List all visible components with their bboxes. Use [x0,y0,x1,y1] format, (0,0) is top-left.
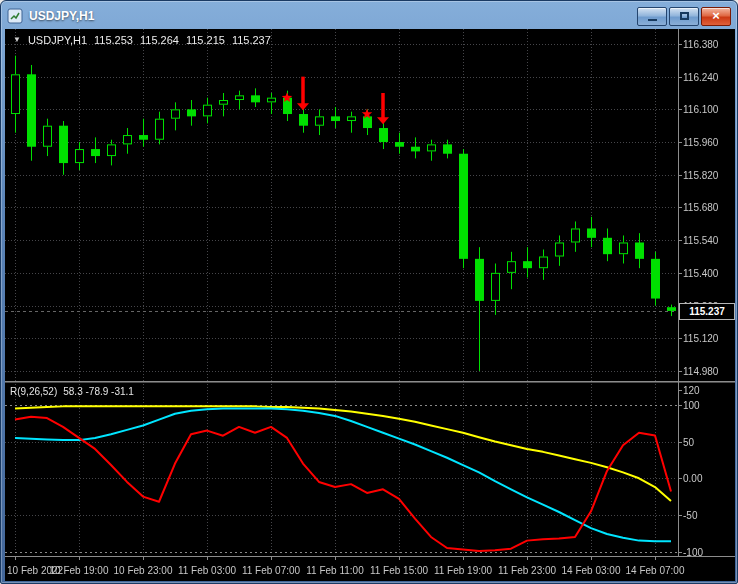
open-value: 115.253 [94,34,133,46]
chevron-down-icon[interactable]: ▼ [13,36,21,44]
close-button[interactable]: × [701,7,731,26]
price-chart-canvas[interactable] [5,29,735,581]
window-icon [7,8,23,24]
low-value: 115.215 [186,34,225,46]
ohlc-info-line: ▼ USDJPY,H1 115.253 115.264 115.215 115.… [13,34,271,46]
indicator-values: 58.3 -78.9 -31.1 [63,386,134,397]
high-value: 115.264 [140,34,179,46]
minimize-button[interactable] [637,7,667,26]
close-icon: × [712,9,720,22]
window-title: USDJPY,H1 [29,9,631,23]
restore-button[interactable] [669,7,699,26]
indicator-label: R(9,26,52) 58.3 -78.9 -31.1 [10,386,134,397]
minimize-icon [648,19,657,21]
window-titlebar[interactable]: USDJPY,H1 × [5,3,733,29]
symbol-period-label: USDJPY,H1 [28,34,87,46]
chart-client-area: ▼ USDJPY,H1 115.253 115.264 115.215 115.… [5,29,735,581]
close-value: 115.237 [232,34,271,46]
restore-icon [680,12,689,20]
current-price-badge: 115.237 [679,303,735,320]
window-controls: × [637,7,731,26]
mt4-chart-window: USDJPY,H1 × ▼ USDJPY,H1 115.253 115.264 … [0,0,738,584]
indicator-name: R(9,26,52) [10,386,57,397]
